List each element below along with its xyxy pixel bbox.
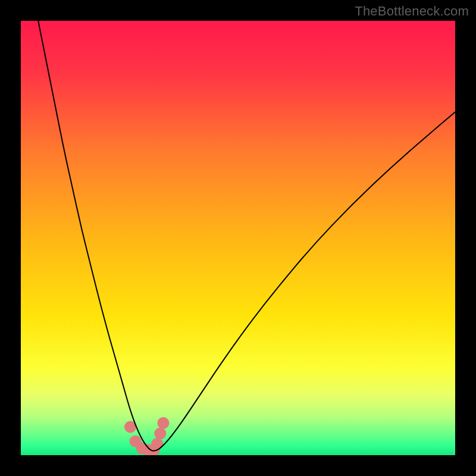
marker-blob [154, 428, 166, 440]
chart-frame: TheBottleneck.com [0, 0, 476, 476]
attribution-text: TheBottleneck.com [355, 4, 469, 19]
plot-area [21, 21, 455, 455]
marker-blob [157, 417, 169, 429]
bottleneck-curve [38, 21, 455, 451]
marker-blobs [124, 417, 169, 455]
curve-layer [21, 21, 455, 455]
marker-blob [151, 438, 163, 450]
